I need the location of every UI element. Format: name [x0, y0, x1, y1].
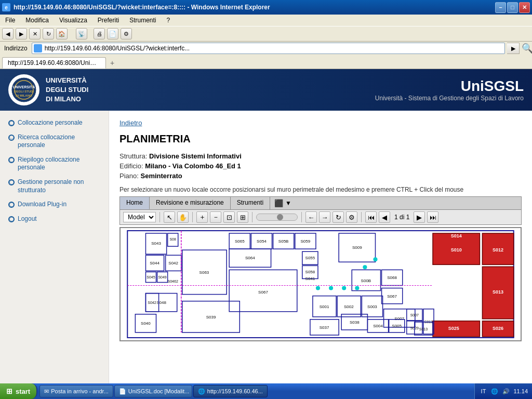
stop-button[interactable]: ✕: [29, 28, 41, 39]
struttura-value: Divisione Sistemi Informativi: [149, 152, 242, 160]
svg-text:S040: S040: [141, 321, 151, 326]
app-label-2: http://159.149.60.46...: [207, 388, 263, 394]
piano-label: Piano:: [119, 172, 139, 180]
svg-text:S002: S002: [344, 304, 354, 309]
menu-bar: File Modifica Visualizza Preferiti Strum…: [0, 15, 532, 26]
refresh-button[interactable]: ↻: [43, 28, 54, 39]
sidebar-item-collocazione[interactable]: ◯ Collocazione personale: [0, 116, 109, 130]
next-page-btn[interactable]: ▶: [414, 211, 425, 223]
rss-button[interactable]: 📡: [76, 28, 87, 39]
dwf-tab-strumenti[interactable]: Strumenti: [231, 197, 270, 209]
menu-strumenti[interactable]: Strumenti: [127, 16, 158, 25]
svg-text:S08: S08: [169, 237, 176, 241]
rotate-tool[interactable]: ↻: [332, 211, 344, 223]
settings-tool[interactable]: ⚙: [346, 211, 357, 223]
svg-text:S0462: S0462: [168, 280, 178, 283]
forward-nav-tool[interactable]: →: [319, 211, 330, 223]
taskbar-apps: ✉ Posta in arrivo - andr... 📄 UniSGSL.do…: [37, 384, 474, 397]
back-nav-tool[interactable]: ←: [305, 211, 317, 223]
print-button[interactable]: 🖨: [94, 28, 105, 39]
taskbar-right: IT 🌐 🔊 11.14: [474, 383, 532, 397]
svg-text:S009: S009: [352, 245, 362, 250]
zoom-fit-tool[interactable]: ⊞: [237, 211, 248, 223]
address-input[interactable]: [44, 45, 504, 52]
floor-plan-container[interactable]: S010 S012 S014 S013 S025 S026 S043 S08 S…: [119, 227, 522, 341]
browser-icon: e: [2, 3, 10, 11]
menu-visualizza[interactable]: Visualizza: [57, 16, 89, 25]
start-label: start: [16, 388, 30, 395]
svg-text:S059: S059: [300, 239, 310, 244]
slider-handle[interactable]: [277, 214, 283, 220]
zoom-slider[interactable]: [256, 214, 298, 221]
prev-page-btn[interactable]: ◀: [379, 211, 390, 223]
new-tab-button[interactable]: +: [107, 57, 117, 69]
sidebar-label-download: Download Plug-in: [18, 201, 66, 209]
app-label-1: UniSGSL.doc [Modalit...: [128, 388, 189, 394]
address-label: Indirizzo: [2, 45, 30, 52]
model-select[interactable]: Model: [123, 212, 156, 222]
go-button[interactable]: ▶: [507, 43, 520, 54]
svg-text:S004: S004: [373, 324, 383, 328]
close-button[interactable]: ✕: [519, 2, 530, 13]
taskbar-app-0[interactable]: ✉ Posta in arrivo - andr...: [39, 385, 113, 397]
dwf-tab-more[interactable]: ⬛ ▼: [270, 197, 296, 209]
start-button[interactable]: ⊞ start: [0, 383, 37, 397]
browser-toolbar: ◀ ▶ ✕ ↻ 🏠 📡 🖨 📄 ⚙: [0, 26, 532, 42]
language-indicator: IT: [479, 387, 487, 395]
separator: [252, 212, 252, 222]
svg-text:S013: S013: [493, 289, 503, 295]
first-page-btn[interactable]: ⏮: [365, 211, 377, 223]
browser-tab[interactable]: http://159.149.60.46:8080/UniSGSL/?wicke…: [2, 57, 106, 69]
browser-chrome: File Modifica Visualizza Preferiti Strum…: [0, 15, 532, 69]
zoom-in-tool[interactable]: ＋: [196, 211, 208, 223]
svg-text:S007: S007: [410, 313, 419, 317]
dwf-tab-revisione[interactable]: Revisione e misurazione: [150, 197, 231, 209]
svg-text:S010: S010: [451, 247, 462, 252]
home-button[interactable]: 🏠: [56, 28, 68, 39]
maximize-button[interactable]: □: [507, 2, 518, 13]
sidebar-item-gestione[interactable]: ◯ Gestione personale non strutturato: [0, 175, 109, 197]
svg-text:S067: S067: [258, 290, 268, 295]
sidebar-item-ricerca[interactable]: ◯ Ricerca collocazione personale: [0, 130, 109, 153]
last-page-btn[interactable]: ⏭: [427, 211, 438, 223]
svg-text:S041: S041: [305, 276, 315, 281]
struttura-label: Struttura:: [119, 152, 147, 160]
back-link[interactable]: Indietro: [119, 119, 522, 127]
svg-point-89: [316, 286, 320, 290]
svg-text:S063: S063: [200, 270, 209, 275]
address-input-wrap: [32, 43, 505, 54]
struttura-row: Struttura: Divisione Sistemi Informativi: [119, 152, 522, 160]
back-button[interactable]: ◀: [2, 28, 14, 39]
chevron-down-icon: ▼: [285, 200, 291, 207]
search-icon[interactable]: 🔍: [522, 43, 530, 54]
page-button[interactable]: 📄: [107, 28, 118, 39]
svg-text:S042: S042: [148, 301, 156, 304]
svg-text:S043: S043: [151, 241, 161, 246]
title-bar: e http://159.149.60.46:8080/UniSGSL/?wic…: [0, 0, 532, 15]
sidebar-item-download[interactable]: ◯ Download Plug-in: [0, 197, 109, 212]
menu-modifica[interactable]: Modifica: [23, 16, 51, 25]
menu-preferiti[interactable]: Preferiti: [96, 16, 121, 25]
zoom-out-tool[interactable]: －: [210, 211, 221, 223]
bullet-icon: ◯: [8, 135, 15, 141]
svg-point-93: [363, 265, 367, 269]
menu-file[interactable]: File: [3, 16, 17, 25]
taskbar-app-2[interactable]: 🌐 http://159.149.60.46...: [193, 385, 268, 397]
dwf-tab-home[interactable]: Home: [120, 197, 150, 209]
tools-button[interactable]: ⚙: [121, 28, 132, 39]
tab-bar: http://159.149.60.46:8080/UniSGSL/?wicke…: [0, 55, 532, 69]
svg-text:S045: S045: [147, 275, 155, 279]
zoom-rect-tool[interactable]: ⊡: [223, 211, 235, 223]
cursor-tool[interactable]: ↖: [164, 211, 175, 223]
taskbar: ⊞ start ✉ Posta in arrivo - andr... 📄 Un…: [0, 383, 532, 397]
taskbar-app-1[interactable]: 📄 UniSGSL.doc [Modalit...: [114, 385, 192, 397]
svg-text:S042: S042: [168, 261, 178, 265]
forward-button[interactable]: ▶: [16, 28, 27, 39]
sidebar-item-riepilogo[interactable]: ◯ Riepilogo collocazione personale: [0, 153, 109, 175]
minimize-button[interactable]: –: [495, 2, 506, 13]
window-controls: – □ ✕: [495, 2, 530, 13]
menu-help[interactable]: ?: [165, 16, 172, 25]
app-icon-0: ✉: [44, 388, 49, 395]
sidebar-item-logout[interactable]: ◯ Logout: [0, 212, 109, 227]
pan-tool[interactable]: ✋: [177, 211, 189, 223]
